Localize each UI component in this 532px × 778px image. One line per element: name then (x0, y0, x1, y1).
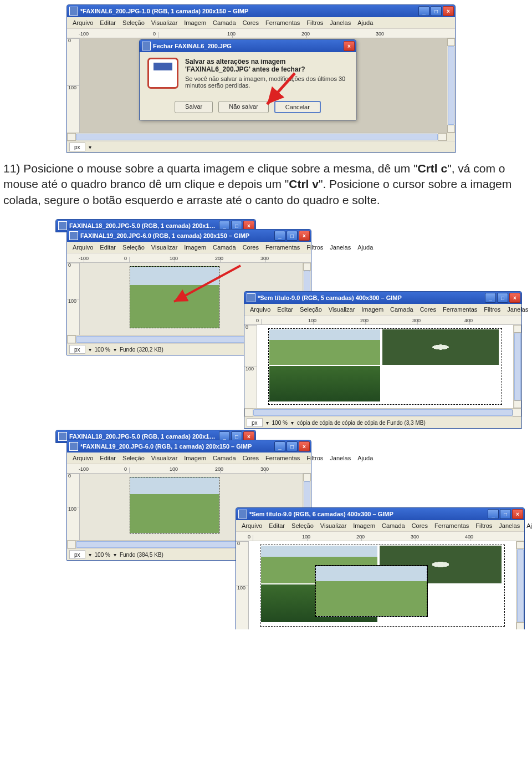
menu-item[interactable]: Cores (239, 243, 262, 251)
menu-item[interactable]: Camada (209, 454, 239, 462)
minimize-button[interactable]: _ (274, 441, 285, 451)
menu-item[interactable]: Editar (96, 243, 119, 251)
scrollbar-vertical[interactable] (513, 325, 521, 408)
scroll-down-button[interactable] (447, 125, 455, 133)
menu-item[interactable]: Arquivo (69, 454, 96, 462)
menu-item[interactable]: Cores (408, 522, 431, 530)
chevron-down-icon[interactable]: ▾ (89, 144, 91, 150)
dialog-close-button[interactable]: × (344, 41, 355, 51)
dont-save-button[interactable]: Não salvar (218, 101, 269, 113)
menu-ferramentas[interactable]: Ferramentas (262, 19, 303, 27)
menu-item[interactable]: Seleção (288, 522, 317, 530)
chevron-down-icon[interactable]: ▾ (291, 420, 294, 426)
scrollbar-horizontal[interactable] (244, 408, 521, 416)
menu-editar[interactable]: Editar (96, 19, 119, 27)
menu-camada[interactable]: Camada (209, 19, 239, 27)
titlebar[interactable]: *FAXINAL6_200.JPG-1.0 (RGB, 1 camada) 20… (67, 5, 455, 17)
menu-item[interactable]: Ferramentas (262, 243, 303, 251)
close-button[interactable]: × (299, 441, 310, 451)
menu-item[interactable]: Camada (209, 243, 239, 251)
menu-item[interactable]: Ajuda (354, 454, 376, 462)
menu-item[interactable]: Janelas (326, 243, 354, 251)
menu-item[interactable]: Cores (239, 454, 262, 462)
save-button[interactable]: Salvar (175, 101, 213, 113)
menu-cores[interactable]: Cores (239, 19, 262, 27)
menu-item[interactable]: Editar (96, 454, 119, 462)
minimize-button[interactable]: _ (485, 293, 496, 303)
menu-item[interactable]: Filtros (472, 522, 495, 530)
menu-item[interactable]: Visualizar (317, 522, 350, 530)
menu-item[interactable]: Visualizar (148, 243, 181, 251)
menu-item[interactable]: Visualizar (148, 454, 181, 462)
maximize-button[interactable]: □ (500, 509, 511, 519)
maximize-button[interactable]: □ (431, 6, 442, 16)
menu-item[interactable]: Imagem (181, 243, 209, 251)
titlebar[interactable]: *FAXINAL19_200.JPG-6.0 (RGB, 1 camada) 2… (67, 440, 311, 452)
menu-item[interactable]: Arquivo (238, 522, 265, 530)
minimize-button[interactable]: _ (418, 6, 429, 16)
menu-item[interactable]: Imagem (350, 522, 378, 530)
menu-item[interactable]: Cores (417, 306, 439, 313)
unit-selector[interactable]: px (69, 345, 85, 354)
menu-item[interactable]: Editar (274, 306, 296, 313)
maximize-button[interactable]: □ (497, 293, 508, 303)
menu-item[interactable]: Imagem (181, 454, 209, 462)
scrollbar-vertical[interactable] (516, 541, 524, 629)
menu-item[interactable]: Janelas (504, 306, 531, 313)
menu-item[interactable]: Arquivo (247, 306, 274, 313)
dialog-titlebar[interactable]: Fechar FAXINAL6_200.JPG × (140, 40, 356, 52)
menu-item[interactable]: Ferramentas (439, 306, 480, 313)
menu-item[interactable]: Editar (265, 522, 288, 530)
scroll-left-button[interactable] (67, 133, 76, 141)
scrollbar-vertical[interactable] (447, 38, 455, 133)
menu-item[interactable]: Filtros (303, 454, 326, 462)
unit-selector[interactable]: px (247, 418, 263, 427)
menubar[interactable]: Arquivo Editar Seleção Visualizar Imagem… (67, 17, 455, 29)
menubar[interactable]: Arquivo Editar Seleção Visualizar Imagem… (67, 452, 311, 464)
titlebar[interactable]: *Sem título-9.0 (RGB, 6 camadas) 400x300… (236, 508, 524, 520)
menu-item[interactable]: Seleção (296, 306, 325, 313)
chevron-down-icon[interactable]: ▾ (114, 552, 116, 558)
floating-selection[interactable] (315, 566, 427, 617)
menu-item[interactable]: Arquivo (69, 243, 96, 251)
minimize-button[interactable]: _ (488, 509, 499, 519)
chevron-down-icon[interactable]: ▾ (266, 420, 269, 426)
menu-selecao[interactable]: Seleção (119, 19, 148, 27)
menu-item[interactable]: Visualizar (325, 306, 359, 313)
menu-item[interactable]: Ferramentas (262, 454, 303, 462)
menu-item[interactable]: Filtros (303, 243, 326, 251)
close-button[interactable]: × (443, 6, 454, 16)
close-button[interactable]: × (299, 231, 310, 241)
menu-item[interactable]: Seleção (119, 454, 148, 462)
menubar[interactable]: Arquivo Editar Seleção Visualizar Imagem… (244, 304, 521, 316)
cancel-button[interactable]: Cancelar (274, 101, 321, 113)
scroll-thumb[interactable] (76, 134, 438, 140)
scrollbar-horizontal[interactable] (67, 133, 455, 141)
menu-item[interactable]: Ferramentas (431, 522, 472, 530)
menu-item[interactable]: Janelas (326, 454, 354, 462)
chevron-down-icon[interactable]: ▾ (89, 552, 91, 558)
chevron-down-icon[interactable]: ▾ (114, 347, 116, 353)
menubar[interactable]: Arquivo Editar Seleção Visualizar Imagem… (67, 242, 311, 253)
menu-visualizar[interactable]: Visualizar (148, 19, 181, 27)
menu-item[interactable]: Imagem (358, 306, 387, 313)
unit-selector[interactable]: px (69, 550, 85, 559)
menu-arquivo[interactable]: Arquivo (69, 19, 96, 27)
menu-item[interactable]: Janelas (495, 522, 523, 530)
scroll-right-button[interactable] (438, 133, 447, 141)
canvas[interactable] (249, 541, 516, 629)
scroll-thumb[interactable] (448, 46, 454, 125)
minimize-button[interactable]: _ (274, 231, 285, 241)
menu-item[interactable]: Ajuda (354, 243, 376, 251)
chevron-down-icon[interactable]: ▾ (89, 347, 91, 353)
menu-item[interactable]: Filtros (480, 306, 504, 313)
menu-imagem[interactable]: Imagem (181, 19, 209, 27)
menu-item[interactable]: Camada (378, 522, 408, 530)
canvas[interactable] (257, 325, 513, 408)
menu-item[interactable]: Camada (387, 306, 417, 313)
unit-selector[interactable]: px (69, 143, 85, 151)
maximize-button[interactable]: □ (287, 441, 298, 451)
menubar[interactable]: Arquivo Editar Seleção Visualizar Imagem… (236, 520, 524, 532)
scroll-up-button[interactable] (447, 38, 455, 46)
close-button[interactable]: × (512, 509, 523, 519)
